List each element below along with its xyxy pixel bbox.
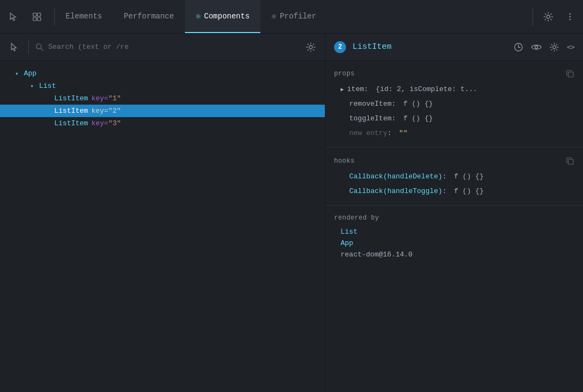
main-content: ▾ App ▾ List ▸ ListItem key="1" ▸ ListIt… — [0, 34, 583, 392]
component-name: ListItem — [353, 42, 507, 52]
svg-rect-2 — [33, 17, 36, 21]
node-key-listitem3: key="3" — [91, 119, 121, 127]
prop-key-toggleitem: toggleItem — [349, 113, 392, 125]
prop-colon-item: : — [364, 84, 373, 95]
prop-key-item: item — [347, 84, 364, 95]
tab-bar: Elements Performance ⚛ Components ⚛ Prof… — [0, 0, 583, 34]
prop-value-toggleitem: f () {} — [403, 113, 433, 125]
suspend-icon[interactable] — [514, 42, 523, 52]
svg-point-10 — [309, 46, 312, 49]
rendered-by-reactdom: react-dom@16.14.0 — [325, 249, 583, 260]
prop-value-callback-toggle: f () {} — [454, 186, 484, 197]
prop-row-callback-delete: Callback(handleDelete) : f () {} — [325, 170, 583, 184]
tree-node-list[interactable]: ▾ List — [0, 80, 325, 92]
prop-colon-callback-delete: : — [443, 171, 451, 183]
svg-point-15 — [553, 46, 556, 49]
component-badge: 2 — [334, 41, 346, 53]
right-header: 2 ListItem — [325, 34, 583, 61]
left-panel: ▾ App ▾ List ▸ ListItem key="1" ▸ ListIt… — [0, 34, 325, 392]
props-copy-icon[interactable] — [566, 69, 574, 78]
layers-icon-btn[interactable] — [28, 8, 46, 25]
prop-colon-newentry: : — [387, 128, 396, 139]
props-section-header: props — [325, 67, 583, 82]
prop-value-removeitem: f () {} — [403, 99, 433, 110]
tab-elements-label: Elements — [66, 12, 102, 21]
prop-key-removeitem: removeItem — [349, 99, 392, 110]
search-input[interactable] — [48, 43, 299, 51]
prop-row-newentry: new entry : "" — [325, 126, 583, 141]
prop-row-toggleitem: toggleItem : f () {} — [325, 112, 583, 126]
svg-point-6 — [569, 16, 571, 17]
react-icon-components: ⚛ — [196, 11, 201, 22]
prop-row-item[interactable]: ▶ item : {id: 2, isComplete: t... — [325, 82, 583, 97]
tree-node-listitem1[interactable]: ▸ ListItem key="1" — [0, 92, 325, 105]
right-header-icons: <> — [514, 42, 574, 52]
hooks-section-header: hooks — [325, 154, 583, 169]
rendered-by-title: rendered by — [334, 214, 379, 222]
hooks-section: hooks Callback(handleDelete) : f () {} C… — [325, 147, 583, 205]
prop-colon-toggleitem: : — [392, 113, 400, 125]
toolbar — [0, 34, 325, 61]
node-name-app: App — [24, 69, 36, 78]
prop-row-removeitem: removeItem : f () {} — [325, 97, 583, 112]
prop-arrow-item: ▶ — [341, 86, 344, 94]
svg-rect-1 — [37, 13, 41, 16]
svg-point-4 — [547, 15, 550, 18]
right-panel: 2 ListItem — [325, 34, 583, 392]
node-name-listitem3: ListItem — [54, 119, 88, 127]
view-source-icon[interactable]: <> — [567, 43, 574, 51]
component-tree: ▾ App ▾ List ▸ ListItem key="1" ▸ ListIt… — [0, 61, 325, 392]
rendered-by-list[interactable]: List — [325, 226, 583, 237]
tab-bar-right-icons — [533, 8, 579, 25]
tree-node-app[interactable]: ▾ App — [0, 67, 325, 80]
tab-bar-tabs: Elements Performance ⚛ Components ⚛ Prof… — [55, 0, 533, 33]
prop-value-item: {id: 2, isComplete: t... — [376, 84, 477, 95]
node-name-listitem1: ListItem — [54, 94, 88, 102]
node-name-list: List — [39, 82, 56, 90]
tab-performance-label: Performance — [124, 12, 174, 21]
rendered-by-header: rendered by — [325, 212, 583, 226]
select-element-btn[interactable] — [7, 40, 22, 55]
svg-rect-3 — [37, 17, 41, 21]
prop-key-callback-delete: Callback(handleDelete) — [349, 171, 443, 183]
search-settings-btn[interactable] — [303, 40, 318, 55]
svg-rect-16 — [568, 72, 573, 77]
node-name-listitem2: ListItem — [54, 107, 88, 115]
prop-value-newentry: "" — [399, 128, 408, 139]
tab-components[interactable]: ⚛ Components — [185, 0, 261, 33]
search-icon — [35, 43, 44, 52]
tree-arrow-app: ▾ — [15, 70, 23, 77]
tab-profiler-label: Profiler — [280, 12, 316, 21]
tree-node-listitem2[interactable]: ▸ ListItem key="2" — [0, 105, 325, 117]
rendered-by-section: rendered by List App react-dom@16.14.0 — [325, 205, 583, 267]
tab-profiler[interactable]: ⚛ Profiler — [260, 0, 327, 33]
react-icon-profiler: ⚛ — [271, 11, 277, 22]
svg-point-14 — [535, 46, 538, 48]
search-area — [35, 43, 299, 52]
svg-line-9 — [41, 48, 43, 50]
tree-arrow-list: ▾ — [30, 83, 38, 89]
node-key-listitem1: key="1" — [91, 94, 121, 102]
tab-performance[interactable]: Performance — [113, 0, 184, 33]
prop-colon-removeitem: : — [392, 99, 400, 110]
more-options-btn[interactable] — [561, 8, 579, 25]
svg-point-5 — [569, 13, 571, 15]
hooks-copy-icon[interactable] — [566, 156, 574, 165]
cursor-icon-btn[interactable] — [4, 8, 22, 25]
tab-components-label: Components — [204, 12, 249, 21]
tab-bar-left-icons — [4, 8, 55, 25]
toolbar-divider — [28, 41, 29, 54]
rendered-by-app[interactable]: App — [325, 237, 583, 249]
tab-elements[interactable]: Elements — [55, 0, 113, 33]
tree-node-listitem3[interactable]: ▸ ListItem key="3" — [0, 117, 325, 130]
svg-rect-17 — [568, 159, 573, 164]
svg-point-7 — [569, 18, 571, 20]
prop-key-callback-toggle: Callback(handleToggle) — [349, 186, 443, 197]
inspect-icon[interactable] — [531, 42, 542, 52]
node-key-listitem2: key="2" — [91, 107, 121, 115]
prop-colon-callback-toggle: : — [443, 186, 451, 197]
settings-gear-btn[interactable] — [540, 8, 557, 25]
component-settings-icon[interactable] — [549, 42, 559, 52]
prop-row-callback-toggle: Callback(handleToggle) : f () {} — [325, 184, 583, 199]
prop-value-callback-delete: f () {} — [454, 171, 484, 183]
